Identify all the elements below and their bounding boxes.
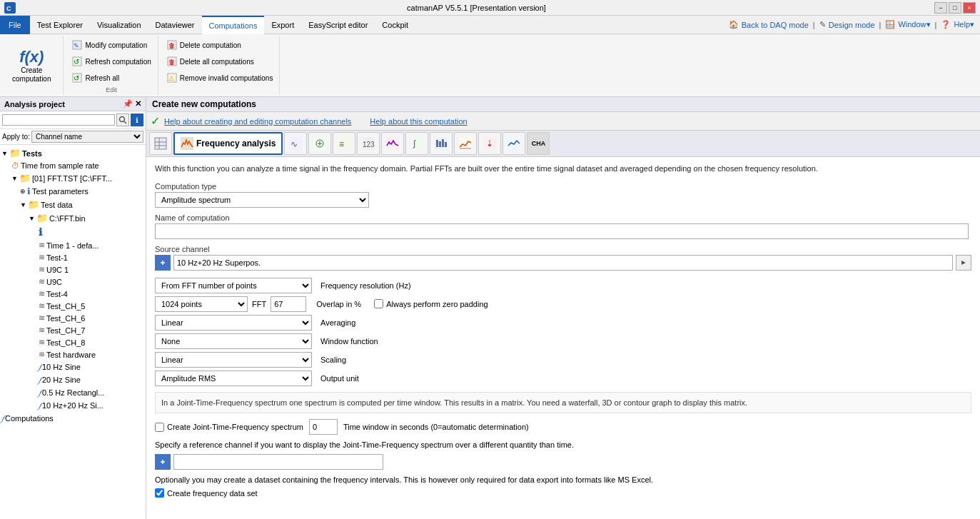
sidebar-pin-icon[interactable]: 📌: [123, 99, 133, 109]
freq-dataset-checkbox[interactable]: [155, 488, 164, 498]
minimize-button[interactable]: −: [934, 2, 947, 14]
menu-computations[interactable]: Computations: [202, 16, 265, 34]
expand-test-data[interactable]: ▼: [20, 201, 26, 208]
fft-method-select[interactable]: From FFT number of points From frequency…: [155, 278, 312, 293]
menu-cockpit[interactable]: Cockpit: [375, 16, 415, 34]
create-computation-button[interactable]: f(x) Createcomputation: [6, 44, 57, 87]
menu-export[interactable]: Export: [264, 16, 301, 34]
expand-tests[interactable]: ▼: [1, 150, 8, 157]
type-btn-b2[interactable]: [308, 132, 331, 155]
expand-test-params[interactable]: ⊕: [20, 188, 26, 195]
refresh-computation-button[interactable]: ↺ Refresh computation: [68, 54, 154, 69]
tree-item-info[interactable]: ℹ: [0, 225, 146, 239]
type-btn-b5[interactable]: [381, 132, 404, 155]
tree-item-time[interactable]: ⏱ Time from sample rate: [0, 160, 146, 171]
tree-item-05hz[interactable]: 𝑓 0.5 Hz Rectangl...: [0, 386, 146, 399]
tree-item-10-20hz[interactable]: 𝑓 10 Hz+20 Hz Si...: [0, 399, 146, 412]
svg-text:🗑: 🗑: [168, 59, 175, 66]
ref-channel-input[interactable]: [173, 454, 383, 470]
tree-item-time1[interactable]: ≋ Time 1 - defa...: [0, 239, 146, 251]
ref-pick-button[interactable]: [155, 454, 171, 470]
edit-group: ✎ Modify computation ↺ Refresh computati…: [65, 36, 158, 95]
menubar-right: 🏠 Back to DAQ mode | ✎ Design mode | 🪟 W…: [729, 20, 980, 29]
expand-fft-bin[interactable]: ▼: [29, 215, 35, 222]
help-link[interactable]: Help▾: [954, 20, 974, 29]
computation-type-select[interactable]: Amplitude spectrum Power spectrum Power …: [155, 192, 369, 208]
menu-dataviewer[interactable]: Dataviewer: [148, 16, 202, 34]
tree-item-tests[interactable]: ▼ 📁 Tests: [0, 146, 146, 160]
tree-item-u9c[interactable]: ≋ U9C: [0, 276, 146, 288]
type-btn-b3[interactable]: ≡: [333, 132, 355, 155]
menu-test-explorer[interactable]: Test Explorer: [30, 16, 90, 34]
freq-type-label: Frequency analysis: [196, 138, 276, 148]
scaling-select[interactable]: Linear dB dB ref 1 Log: [155, 352, 312, 368]
func-05hz-icon: 𝑓: [39, 388, 41, 398]
type-btn-b9[interactable]: ⇣: [478, 132, 501, 155]
window-row: None Hanning Hamming Blackman Flat top W…: [155, 333, 971, 349]
tree-item-10hz[interactable]: 𝑓 10 Hz Sine: [0, 361, 146, 373]
window-controls[interactable]: − □ ×: [934, 2, 976, 14]
modify-computation-button[interactable]: ✎ Modify computation: [68, 37, 154, 53]
tree-item-ch5[interactable]: ≋ Test_CH_5: [0, 300, 146, 312]
modify-icon: ✎: [71, 39, 83, 51]
expand-fft-tst[interactable]: ▼: [11, 175, 18, 182]
delete-all-button[interactable]: 🗑 Delete all computations: [163, 54, 277, 69]
source-input[interactable]: [173, 255, 953, 271]
refresh-all-button[interactable]: ↺ Refresh all: [68, 70, 154, 86]
type-btn-b8[interactable]: [454, 132, 477, 155]
type-btn-b7[interactable]: [430, 132, 453, 155]
filter-search-button[interactable]: [116, 114, 129, 126]
zero-padding-checkbox[interactable]: [374, 299, 383, 308]
averaging-select[interactable]: Linear Peak hold None: [155, 315, 312, 331]
menu-file[interactable]: File: [0, 16, 30, 34]
ch7-label: Test_CH_7: [46, 326, 85, 335]
freq-resolution-label: Frequency resolution (Hz): [320, 281, 411, 290]
fft-points-select[interactable]: 1024 points 512 points 2048 points 4096 …: [155, 296, 248, 312]
apply-to-select[interactable]: Channel name Test name Channel type: [31, 131, 143, 143]
tree-item-test-params[interactable]: ⊕ ℹ Test parameters: [0, 185, 146, 198]
confirm-button[interactable]: ✓: [151, 114, 160, 128]
back-to-daq-link[interactable]: Back to DAQ mode: [742, 21, 809, 29]
time-window-input[interactable]: [309, 419, 338, 435]
joint-checkbox[interactable]: [155, 423, 164, 432]
tree-item-fft-bin[interactable]: ▼ 📁 C:\FFT.bin: [0, 211, 146, 225]
tree-item-fft-tst[interactable]: ▼ 📁 [01] FFT.TST [C:\FFT...: [0, 171, 146, 185]
restore-button[interactable]: □: [949, 2, 961, 14]
design-mode-link[interactable]: Design mode: [829, 21, 875, 29]
close-button[interactable]: ×: [963, 2, 976, 14]
menu-visualization[interactable]: Visualization: [90, 16, 148, 34]
tree-item-test-data[interactable]: ▼ 📁 Test data: [0, 198, 146, 211]
type-btn-cha[interactable]: CHA: [527, 132, 550, 155]
type-btn-b6[interactable]: ∫: [405, 132, 428, 155]
menu-easyscript[interactable]: EasyScript editor: [301, 16, 375, 34]
tree-item-test4[interactable]: ≋ Test-4: [0, 288, 146, 300]
tree-item-ch8[interactable]: ≋ Test_CH_8: [0, 336, 146, 348]
freq-res-input[interactable]: [271, 296, 306, 312]
delete-computation-button[interactable]: 🗑 Delete computation: [163, 37, 277, 53]
tree-item-ch6[interactable]: ≋ Test_CH_6: [0, 312, 146, 324]
output-select[interactable]: Amplitude RMS Amplitude peak Power Power…: [155, 371, 312, 386]
type-btn-b10[interactable]: [502, 132, 525, 155]
window-select[interactable]: None Hanning Hamming Blackman Flat top: [155, 333, 312, 349]
help-link2[interactable]: Help about this computation: [370, 117, 467, 126]
type-btn-b4[interactable]: 1234: [357, 132, 380, 155]
tree-item-ch7[interactable]: ≋ Test_CH_7: [0, 324, 146, 336]
tree-item-20hz[interactable]: 𝑓 20 Hz Sine: [0, 373, 146, 386]
source-arrow-button[interactable]: [956, 255, 971, 271]
tree-item-test-hw[interactable]: ≋ Test hardware: [0, 348, 146, 361]
type-btn-b1[interactable]: ∿: [284, 132, 307, 155]
remove-invalid-button[interactable]: ⚠ Remove invalid computations: [163, 70, 277, 86]
window-link[interactable]: Window▾: [898, 20, 930, 29]
sidebar-close-icon[interactable]: ✕: [135, 99, 141, 109]
type-btn-table[interactable]: [149, 132, 172, 155]
name-input[interactable]: [155, 223, 969, 239]
tree-item-u9c1[interactable]: ≋ U9C 1: [0, 263, 146, 276]
filter-info-button[interactable]: ℹ: [131, 114, 143, 126]
tree-item-test1[interactable]: ≋ Test-1: [0, 251, 146, 263]
source-pick-button[interactable]: [155, 255, 171, 271]
filter-input[interactable]: [2, 114, 115, 126]
content-area: Create new computations ✓ Help about cre…: [146, 97, 980, 519]
tree-item-computations[interactable]: 𝑓 Computations: [0, 412, 146, 425]
type-btn-freq[interactable]: Frequency analysis: [173, 132, 283, 155]
help-link1[interactable]: Help about creating and editing computat…: [164, 117, 351, 126]
